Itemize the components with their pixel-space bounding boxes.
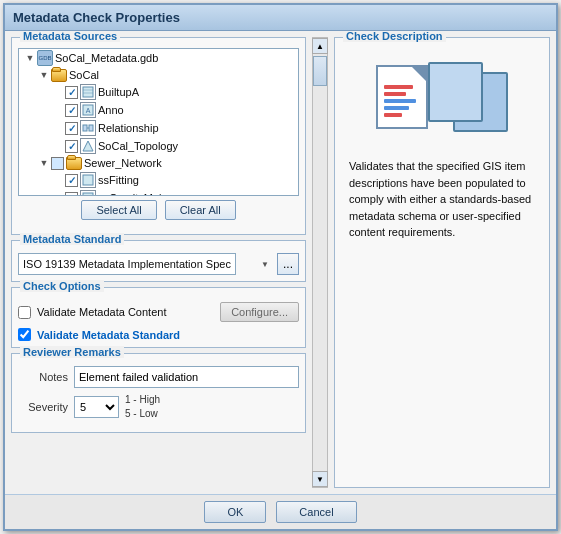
expand-none6 <box>51 191 65 196</box>
ok-button[interactable]: OK <box>204 501 266 523</box>
clear-all-button[interactable]: Clear All <box>165 200 236 220</box>
checkbox-builtupa[interactable] <box>65 86 78 99</box>
sewer-label: Sewer_Network <box>84 157 162 169</box>
tree-item-anno[interactable]: A Anno <box>19 101 298 119</box>
left-panel: Metadata Sources ▼ SoCal_Metadata.gdb ▼ <box>11 37 306 488</box>
checkbox-topology[interactable] <box>65 140 78 153</box>
scroll-up-arrow[interactable]: ▲ <box>312 38 328 54</box>
expand-sewer[interactable]: ▼ <box>37 156 51 170</box>
anno-label: Anno <box>98 104 124 116</box>
metadata-sources-group: Metadata Sources ▼ SoCal_Metadata.gdb ▼ <box>11 37 306 235</box>
builtupa-label: BuiltupA <box>98 86 139 98</box>
svg-rect-0 <box>83 87 93 97</box>
scroll-thumb[interactable] <box>313 56 327 86</box>
notes-input[interactable] <box>74 366 299 388</box>
checkbox-sewer[interactable] <box>51 157 64 170</box>
tree-item-relationship[interactable]: Relationship <box>19 119 298 137</box>
standard-select-wrapper: ISO 19139 Metadata Implementation Spec <box>18 253 273 275</box>
check-desc-label: Check Description <box>343 31 446 42</box>
severity-hint-low: 5 - Low <box>125 407 160 421</box>
severity-hint-high: 1 - High <box>125 393 160 407</box>
gdb-icon <box>37 50 53 66</box>
expand-none5 <box>51 173 65 187</box>
expand-socal[interactable]: ▼ <box>37 68 51 82</box>
scroll-down-arrow[interactable]: ▼ <box>312 471 328 487</box>
svg-rect-5 <box>83 125 87 131</box>
document-icon <box>376 65 428 129</box>
select-all-button[interactable]: Select All <box>81 200 156 220</box>
doc-line-3 <box>384 99 416 103</box>
tree-button-row: Select All Clear All <box>18 200 299 220</box>
dialog-titlebar: Metadata Check Properties <box>5 5 556 31</box>
standard-select[interactable]: ISO 19139 Metadata Implementation Spec <box>18 253 236 275</box>
relationship-label: Relationship <box>98 122 159 134</box>
ssfitting-label: ssFitting <box>98 174 139 186</box>
feature-icon-ssfitting <box>80 172 96 188</box>
svg-text:A: A <box>86 107 91 114</box>
severity-row: Severity 5 1 2 3 4 1 - High 5 <box>18 393 299 421</box>
expand-gdb[interactable]: ▼ <box>23 51 37 65</box>
option1-checkbox[interactable] <box>18 306 31 319</box>
copy-front-icon <box>428 62 483 122</box>
folder-icon-socal <box>51 69 67 82</box>
reviewer-remarks-label: Reviewer Remarks <box>20 346 124 358</box>
doc-line-1 <box>384 85 413 89</box>
dialog-footer: OK Cancel <box>5 494 556 529</box>
severity-select[interactable]: 5 1 2 3 4 <box>74 396 119 418</box>
desc-image-area <box>341 42 543 152</box>
folder-icon-sewer <box>66 157 82 170</box>
configure-button: Configure... <box>220 302 299 322</box>
ellipsis-button[interactable]: ... <box>277 253 299 275</box>
tree-item-ssfitting[interactable]: ssFitting <box>19 171 298 189</box>
notes-row: Notes <box>18 366 299 388</box>
feature-icon-relationship <box>80 120 96 136</box>
severity-wrapper: 5 1 2 3 4 1 - High 5 - Low <box>74 393 160 421</box>
dialog-body: Metadata Sources ▼ SoCal_Metadata.gdb ▼ <box>5 31 556 494</box>
topology-label: SoCal_Topology <box>98 140 178 152</box>
expand-none4 <box>51 139 65 153</box>
right-panel: Check Description <box>334 37 550 488</box>
severity-label: Severity <box>18 401 68 413</box>
expand-none1 <box>51 85 65 99</box>
svg-rect-9 <box>83 175 93 185</box>
metadata-standard-label: Metadata Standard <box>20 233 124 245</box>
svg-rect-6 <box>89 125 93 131</box>
svg-rect-10 <box>83 193 93 196</box>
tree-item-sewer[interactable]: ▼ Sewer_Network <box>19 155 298 171</box>
checkbox-anno[interactable] <box>65 104 78 117</box>
checkbox-ssfitting[interactable] <box>65 174 78 187</box>
option2-row: Validate Metadata Standard <box>18 328 299 341</box>
check-options-group: Check Options Validate Metadata Content … <box>11 287 306 348</box>
severity-hint: 1 - High 5 - Low <box>125 393 160 421</box>
socal-label: SoCal <box>69 69 99 81</box>
metadata-sources-label: Metadata Sources <box>20 31 120 42</box>
tree-item-builtupp[interactable]: BuiltupA <box>19 83 298 101</box>
expand-none2 <box>51 103 65 117</box>
reviewer-remarks-group: Reviewer Remarks Notes Severity 5 1 2 <box>11 353 306 433</box>
option1-row: Validate Metadata Content Configure... <box>18 302 299 322</box>
ssgravity-label: ssGravityMain <box>98 192 168 196</box>
dialog-title: Metadata Check Properties <box>13 10 180 25</box>
metadata-standard-group: Metadata Standard ISO 19139 Metadata Imp… <box>11 240 306 282</box>
checkbox-relationship[interactable] <box>65 122 78 135</box>
option1-label: Validate Metadata Content <box>37 306 166 318</box>
cancel-button[interactable]: Cancel <box>276 501 356 523</box>
option2-label: Validate Metadata Standard <box>37 329 180 341</box>
expand-none3 <box>51 121 65 135</box>
feature-icon-topology <box>80 138 96 154</box>
check-desc-group: Check Description <box>334 37 550 488</box>
option2-checkbox[interactable] <box>18 328 31 341</box>
tree-container[interactable]: ▼ SoCal_Metadata.gdb ▼ SoCal <box>18 48 299 196</box>
feature-icon-anno: A <box>80 102 96 118</box>
tree-item-topology[interactable]: SoCal_Topology <box>19 137 298 155</box>
checkbox-ssgravity[interactable] <box>65 192 78 197</box>
doc-lines <box>384 85 420 120</box>
tree-item-ssgravity[interactable]: ssGravityMain <box>19 189 298 196</box>
tree-item-gdb[interactable]: ▼ SoCal_Metadata.gdb <box>19 49 298 67</box>
gdb-label: SoCal_Metadata.gdb <box>55 52 158 64</box>
feature-icon-ssgravity <box>80 190 96 196</box>
doc-line-2 <box>384 92 406 96</box>
tree-item-socal[interactable]: ▼ SoCal <box>19 67 298 83</box>
scroll-track <box>313 54 327 471</box>
description-text: Validates that the specified GIS item de… <box>341 152 543 481</box>
